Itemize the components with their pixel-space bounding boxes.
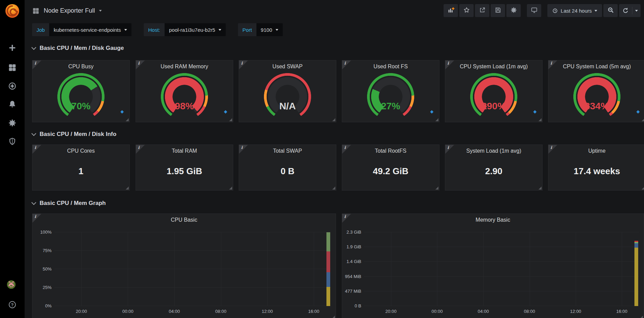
- panel-resize-handle[interactable]: [229, 186, 232, 190]
- panel: iCPU Cores1: [32, 144, 130, 191]
- row-header-1[interactable]: Basic CPU / Mem / Disk Gauge: [32, 44, 124, 53]
- panel-title[interactable]: Total RAM: [136, 148, 233, 154]
- panel-resize-handle[interactable]: [640, 316, 643, 318]
- chevron-down-icon: [594, 10, 597, 12]
- sidebar-item-help[interactable]: ?: [7, 299, 18, 310]
- panel-resize-handle[interactable]: [332, 118, 335, 121]
- y-axis-label: 50%: [28, 267, 52, 272]
- panel-title[interactable]: CPU Basic: [32, 217, 336, 223]
- panel: iUptime17.4 weeks: [548, 144, 644, 191]
- y-axis-label: 100%: [28, 230, 52, 235]
- panel-title[interactable]: CPU System Load (5m avg): [548, 64, 644, 70]
- sidebar: ?: [0, 0, 25, 318]
- gridline: [364, 232, 639, 232]
- zoom-out-button[interactable]: [603, 4, 618, 17]
- gridline: [54, 250, 331, 251]
- gauge-value: 98%: [160, 101, 208, 112]
- time-range-picker[interactable]: Last 24 hours: [547, 4, 602, 17]
- panel-title[interactable]: Total RootFS: [342, 148, 439, 154]
- panel-resize-handle[interactable]: [332, 316, 335, 318]
- cycle-view-button[interactable]: [527, 4, 541, 17]
- gauge-value: 27%: [367, 101, 415, 112]
- monitor-icon: [531, 6, 538, 15]
- panel: iMemory Basic0 B477 MiB954 MiB1.4 GiB1.9…: [342, 213, 644, 318]
- row-header-2[interactable]: Basic CPU / Mem / Disk Info: [32, 130, 116, 139]
- sidebar-item-configuration[interactable]: [7, 118, 18, 129]
- add-panel-button[interactable]: [444, 4, 458, 17]
- panel-resize-handle[interactable]: [126, 118, 129, 121]
- panel-resize-handle[interactable]: [642, 118, 644, 121]
- panel: iUsed RAM Memory98%: [136, 60, 233, 122]
- panel-resize-handle[interactable]: [435, 118, 438, 121]
- panel-title[interactable]: CPU System Load (1m avg): [445, 64, 542, 70]
- panel-title[interactable]: Used Root FS: [342, 64, 439, 70]
- variable-port[interactable]: Port 9100: [238, 23, 283, 36]
- refresh-button[interactable]: [619, 4, 632, 17]
- panel-resize-handle[interactable]: [332, 186, 335, 190]
- panel: iCPU System Load (5m avg)334%: [548, 60, 644, 122]
- variable-value-dropdown[interactable]: pool-ra1i3u7eu-b2r5: [165, 23, 226, 36]
- gridline: [391, 232, 391, 306]
- y-axis-label: 25%: [28, 285, 52, 290]
- panel-resize-handle[interactable]: [435, 186, 438, 190]
- panel-title[interactable]: System Load (1m avg): [445, 148, 542, 154]
- y-axis-label: 2.3 GiB: [337, 230, 361, 235]
- gridline: [54, 306, 331, 306]
- panel-title[interactable]: Total SWAP: [239, 148, 336, 154]
- variable-value: pool-ra1i3u7eu-b2r5: [169, 27, 215, 33]
- avatar: [7, 280, 18, 291]
- panel-resize-handle[interactable]: [538, 186, 542, 190]
- sidebar-item-create[interactable]: [7, 43, 18, 54]
- x-axis-label: 04:00: [163, 309, 186, 314]
- panel-title[interactable]: CPU Busy: [32, 64, 129, 70]
- sidebar-item-alerting[interactable]: [7, 99, 18, 110]
- search-minus-icon: [607, 6, 614, 15]
- gauge: 27%: [367, 73, 415, 117]
- gauge-value-arc: [57, 73, 105, 121]
- panel-title[interactable]: Used SWAP: [239, 64, 336, 70]
- dashboard-settings-button[interactable]: [506, 4, 521, 17]
- series-area-segment: [326, 232, 330, 251]
- mark-favorite-button[interactable]: [459, 4, 474, 17]
- panel-title[interactable]: Used RAM Memory: [136, 64, 233, 70]
- top-navbar: Node Exporter Full Last 24 hours: [25, 0, 644, 22]
- row-header-3[interactable]: Basic CPU / Mem Graph: [32, 199, 106, 208]
- save-dashboard-button[interactable]: [491, 4, 505, 17]
- gridline: [81, 232, 82, 306]
- variable-value-dropdown[interactable]: kubernetes-service-endpoints: [49, 23, 131, 36]
- panel-resize-handle[interactable]: [538, 118, 542, 121]
- variable-value-dropdown[interactable]: 9100: [256, 23, 283, 36]
- star-icon: [463, 6, 470, 15]
- gauge-value: N/A: [264, 101, 311, 112]
- variable-host[interactable]: Host: pool-ra1i3u7eu-b2r5: [144, 23, 226, 36]
- grafana-logo[interactable]: [4, 3, 20, 19]
- variable-value: 9100: [261, 27, 272, 33]
- series-area-segment: [634, 241, 638, 242]
- sidebar-item-admin[interactable]: [7, 137, 18, 148]
- panel-title[interactable]: CPU Cores: [32, 148, 129, 154]
- x-axis-label: 00:00: [425, 309, 449, 314]
- chevron-down-icon: [31, 131, 36, 136]
- graph-plot-area[interactable]: 0%25%50%75%100%20:0000:0004:0008:0012:00…: [54, 232, 331, 306]
- dashboard-title[interactable]: Node Exporter Full: [44, 7, 95, 14]
- refresh-interval-caret[interactable]: [632, 4, 641, 17]
- panel: iUsed Root FS27%: [342, 60, 439, 122]
- sidebar-item-dashboards[interactable]: [7, 63, 18, 74]
- panel-resize-handle[interactable]: [126, 186, 129, 190]
- graph-plot-area[interactable]: 0 B477 MiB954 MiB1.4 GiB1.9 GiB2.3 GiB20…: [364, 232, 639, 306]
- panel: iCPU Basic0%25%50%75%100%20:0000:0004:00…: [32, 213, 336, 318]
- sidebar-item-explore[interactable]: [7, 81, 18, 92]
- panel-title[interactable]: Uptime: [548, 148, 644, 154]
- gauge-value: 290%: [470, 101, 518, 112]
- chevron-down-icon: [31, 45, 36, 50]
- panel: iTotal RAM1.95 GiB: [136, 144, 233, 191]
- row-title: Basic CPU / Mem / Disk Info: [40, 131, 116, 138]
- panel-title[interactable]: Memory Basic: [342, 217, 644, 223]
- variable-label: Host:: [144, 23, 165, 36]
- clock-icon: [552, 8, 558, 14]
- panel-resize-handle[interactable]: [642, 186, 644, 190]
- variable-job[interactable]: Job kubernetes-service-endpoints: [32, 23, 131, 36]
- user-avatar[interactable]: [7, 280, 18, 291]
- share-dashboard-button[interactable]: [475, 4, 489, 17]
- panel-resize-handle[interactable]: [229, 118, 232, 121]
